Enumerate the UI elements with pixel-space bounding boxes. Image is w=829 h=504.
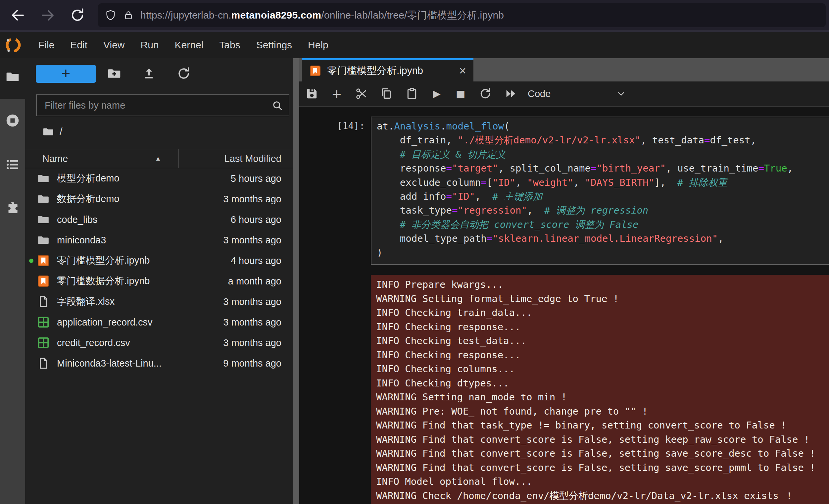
copy-cells-button[interactable] (380, 87, 393, 100)
notebook-content: [14]: at.Analysis.model_flow( df_train, … (299, 107, 829, 504)
browser-forward-button[interactable] (40, 7, 56, 23)
file-row[interactable]: 零门槛数据分析.ipynba month ago (25, 271, 293, 291)
restart-kernel-button[interactable] (479, 87, 492, 100)
file-row[interactable]: code_libs6 hours ago (25, 209, 293, 230)
cell-stderr-output: INFO Prepare kwargs...WARNING Setting fo… (371, 275, 829, 504)
run-icon: ▶ (433, 88, 440, 99)
sidebar-tab-table-of-contents[interactable] (5, 157, 20, 172)
paste-cells-button[interactable] (405, 87, 419, 100)
file-list: 模型分析demo5 hours ago数据分析demo3 months agoc… (25, 168, 293, 373)
cell-type-dropdown[interactable]: Code (528, 81, 625, 106)
menu-tabs[interactable]: Tabs (211, 32, 248, 58)
notebook-icon (37, 275, 50, 287)
code-line: at.Analysis.model_flow( (377, 119, 829, 133)
reload-icon (70, 7, 85, 23)
running-kernel-dot (29, 259, 33, 263)
sidebar-tab-extensions[interactable] (5, 201, 20, 215)
shield-icon[interactable] (105, 9, 116, 21)
stop-button[interactable]: ■ (454, 87, 467, 100)
save-button[interactable] (305, 87, 319, 100)
upload-button[interactable] (142, 66, 156, 81)
output-line: INFO Checking columns... (376, 362, 829, 376)
lock-icon[interactable] (123, 10, 134, 21)
file-name: 零门槛模型分析.ipynb (57, 254, 150, 267)
tab-bar: 零门槛模型分析.ipynb × (299, 58, 829, 81)
file-row[interactable]: 字段翻译.xlsx3 months ago (25, 291, 293, 312)
code-line: # 非分类器会自动把 convert_score 调整为 False (377, 218, 829, 231)
file-name: credit_record.csv (57, 337, 130, 348)
folder-icon (42, 126, 54, 138)
menu-view[interactable]: View (95, 32, 133, 58)
copy-icon (380, 87, 393, 100)
output-line: WARNING Check /home/conda_env/模型分析demo/v… (376, 489, 829, 503)
menu-help[interactable]: Help (300, 32, 336, 58)
new-folder-button[interactable] (107, 66, 121, 81)
file-row[interactable]: Miniconda3-latest-Linu...9 months ago (25, 353, 293, 373)
output-line: WARNING Find that task_type != binary, s… (376, 418, 829, 432)
main-dock-panel: 零门槛模型分析.ipynb × + ▶ ■ (299, 58, 829, 504)
search-icon (272, 100, 283, 112)
file-modified: 3 months ago (223, 317, 281, 328)
breadcrumb[interactable]: / (42, 126, 63, 138)
folder-icon (37, 172, 50, 185)
menu-kernel[interactable]: Kernel (167, 32, 212, 58)
plus-icon: + (62, 66, 71, 81)
file-name: 字段翻译.xlsx (57, 295, 114, 308)
browser-reload-button[interactable] (70, 7, 85, 23)
add-cell-button[interactable]: + (330, 87, 343, 100)
restart-run-all-button[interactable] (504, 87, 517, 100)
file-modified: 3 months ago (223, 296, 281, 307)
jupyterlab-window: https://jupyterlab-cn.metanoia8295.com/o… (0, 0, 829, 504)
notebook-tab[interactable]: 零门槛模型分析.ipynb × (302, 58, 473, 81)
code-cell-editor[interactable]: at.Analysis.model_flow( df_train, "./模型分… (371, 116, 829, 265)
output-line: INFO Checking response... (376, 348, 829, 362)
browser-back-button[interactable] (10, 7, 26, 23)
file-name: Miniconda3-latest-Linu... (57, 358, 161, 369)
code-line: # 目标定义 & 切片定义 (377, 147, 829, 161)
folder-icon (37, 193, 50, 205)
file-modified: 3 months ago (223, 194, 281, 205)
code-line: task_type="regression", # 调整为 regression (377, 203, 829, 217)
file-browser-panel: + / Name ▲ (25, 58, 293, 504)
panel-splitter[interactable] (293, 58, 299, 504)
menu-file[interactable]: File (31, 32, 62, 58)
file-icon (37, 357, 50, 369)
run-button[interactable]: ▶ (430, 87, 443, 100)
scissors-icon (355, 87, 368, 100)
breadcrumb-root[interactable]: / (60, 126, 63, 138)
puzzle-icon (5, 201, 20, 215)
notebook-icon (37, 254, 50, 267)
file-list-header: Name ▲ Last Modified (25, 149, 293, 168)
file-row[interactable]: 模型分析demo5 hours ago (25, 168, 293, 189)
column-name-header[interactable]: Name (42, 149, 68, 168)
menu-edit[interactable]: Edit (62, 32, 95, 58)
chevron-down-icon (617, 89, 625, 98)
url-bar[interactable]: https://jupyterlab-cn.metanoia8295.com/o… (98, 3, 826, 27)
file-name: application_record.csv (57, 317, 153, 328)
file-row[interactable]: credit_record.csv3 months ago (25, 332, 293, 353)
url-domain: metanoia8295.com (231, 10, 321, 21)
file-name: 零门槛数据分析.ipynb (57, 275, 150, 288)
column-modified-header[interactable]: Last Modified (224, 149, 282, 168)
new-launcher-button[interactable]: + (36, 65, 96, 83)
filter-files-input[interactable] (37, 95, 289, 115)
sidebar-tab-running-kernels[interactable] (5, 113, 20, 128)
file-row[interactable]: miniconda33 months ago (25, 230, 293, 250)
sidebar-tab-file-browser[interactable] (5, 70, 20, 84)
menu-run[interactable]: Run (133, 32, 167, 58)
output-line: WARNING Setting format_time_edge to True… (376, 292, 829, 306)
notebook-icon (309, 65, 321, 77)
activity-bar (0, 58, 25, 504)
close-tab-icon[interactable]: × (459, 65, 466, 77)
menu-settings[interactable]: Settings (248, 32, 300, 58)
filter-files-box (36, 95, 289, 116)
list-icon (5, 157, 20, 172)
cut-cells-button[interactable] (355, 87, 368, 100)
back-arrow-icon (10, 7, 26, 23)
refresh-file-list-button[interactable] (176, 66, 191, 81)
file-row[interactable]: 零门槛模型分析.ipynb4 hours ago (25, 250, 293, 271)
file-row[interactable]: 数据分析demo3 months ago (25, 189, 293, 209)
workspace: + / Name ▲ (0, 58, 829, 504)
file-row[interactable]: application_record.csv3 months ago (25, 312, 293, 332)
csv-icon (37, 316, 50, 328)
